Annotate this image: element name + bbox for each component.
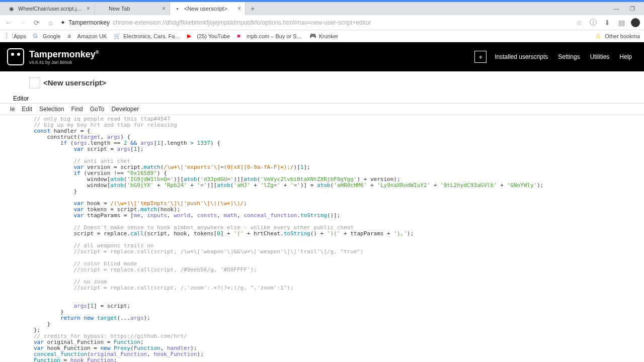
tab-title: New Tab [109,6,159,12]
close-icon[interactable]: × [162,5,166,12]
editor-tab[interactable]: Editor [10,94,32,103]
apps-icon: ⋮⋮ [4,33,11,40]
bookmark-apps[interactable]: ⋮⋮Apps [4,33,26,40]
menu-selection[interactable]: Selection [39,106,64,113]
menu-developer[interactable]: Developer [111,106,139,113]
bookmark-google[interactable]: GGoogle [33,33,60,40]
github-icon: ◉ [8,5,15,12]
minimize-button[interactable]: — [610,4,623,13]
browser-tab-active[interactable]: ▪ <New userscript> × [170,2,246,15]
download-icon[interactable]: ⬇ [603,18,612,27]
new-script-button[interactable]: + [474,51,487,63]
home-icon[interactable]: ⌂ [46,18,55,27]
bookmark-warning-icon[interactable]: ⚠ [596,33,601,39]
bookmark-krunker[interactable]: 🎮Krunker [309,33,339,40]
youtube-icon: ▶ [187,33,194,40]
nav-utilities[interactable]: Utilities [585,50,615,63]
nav-help[interactable]: Help [614,50,637,63]
script-icon [29,77,40,88]
blank-icon [99,5,106,12]
google-icon: G [33,33,40,40]
brand-version: v4.8.41 by Jan Biniok [29,60,99,65]
tampermonkey-nav: + Installed userscripts Settings Utiliti… [474,50,637,63]
editor-tabs: Editor [0,92,644,104]
nav-settings[interactable]: Settings [553,50,585,63]
forward-icon[interactable]: → [18,18,27,27]
menu-file[interactable]: le [10,106,15,113]
bookmark-amazon[interactable]: aAmazon UK [68,33,107,40]
tampermonkey-logo-icon [7,48,24,65]
new-tab-button[interactable]: + [246,5,260,13]
extension-badge-icon[interactable]: ▤ [617,18,626,27]
menu-goto[interactable]: GoTo [90,106,105,113]
browser-tab[interactable]: New Tab × [95,2,170,15]
tab-title: <New userscript> [184,6,234,12]
info-icon[interactable]: ⓘ [589,18,598,27]
menu-edit[interactable]: Edit [22,106,32,113]
extension-icon: ✦ [60,19,65,26]
code-content[interactable]: // only big iq people read this ttap#454… [7,116,644,362]
brand-name: Tampermonkey® [29,49,99,60]
bookmark-ebay[interactable]: 🛒Electronics, Cars, Fa… [114,33,180,40]
star-icon[interactable]: ☆ [575,18,584,27]
line-gutter [0,116,7,362]
ebay-icon: 🛒 [114,33,121,40]
menu-find[interactable]: Find [71,106,83,113]
bookmark-mpb[interactable]: ■mpb.com – Buy or S… [237,33,302,40]
url-path: chrome-extension://dhdgffkkebhmkfjojejmp… [113,19,371,26]
krunker-icon: 🎮 [309,33,316,40]
url-host: Tampermonkey [68,19,110,26]
browser-tabs-bar: ◉ WheelChair/user.script.js at mas… × Ne… [0,2,644,15]
other-bookmarks[interactable]: Other bookma [605,33,640,39]
browser-tab[interactable]: ◉ WheelChair/user.script.js at mas… × [4,2,95,15]
code-editor[interactable]: // only big iq people read this ttap#454… [0,115,644,362]
bookmarks-bar: ⋮⋮Apps GGoogle aAmazon UK 🛒Electronics, … [0,30,644,42]
profile-avatar[interactable] [631,18,640,27]
reload-icon[interactable]: ⟳ [32,18,41,27]
page-title-row: <New userscript> [0,71,644,92]
tab-title: WheelChair/user.script.js at mas… [18,6,84,12]
address-bar[interactable]: ✦ Tampermonkey chrome-extension://dhdgff… [60,19,570,26]
amazon-icon: a [68,33,75,40]
tampermonkey-icon: ▪ [174,5,181,12]
close-icon[interactable]: × [237,5,241,12]
nav-installed[interactable]: Installed userscripts [490,50,553,63]
mpb-icon: ■ [237,33,244,40]
close-icon[interactable]: × [87,5,90,12]
window-controls: — ❐ [610,4,644,13]
browser-nav-bar: ← → ⟳ ⌂ ✦ Tampermonkey chrome-extension:… [0,15,644,30]
maximize-button[interactable]: ❐ [626,4,639,13]
editor-menu-bar: le Edit Selection Find GoTo Developer [0,104,644,115]
back-icon[interactable]: ← [4,18,13,27]
page-title: <New userscript> [43,78,106,87]
bookmark-youtube[interactable]: ▶(25) YouTube [187,33,230,40]
tampermonkey-header: Tampermonkey® v4.8.41 by Jan Biniok + In… [0,42,644,71]
